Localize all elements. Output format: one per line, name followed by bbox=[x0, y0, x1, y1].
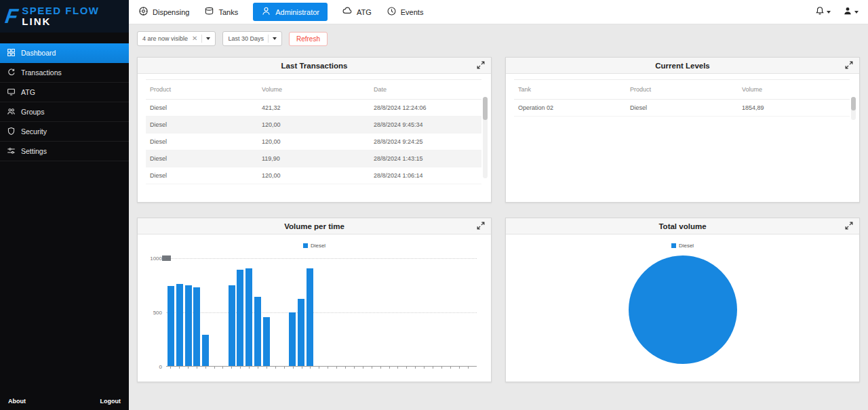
sidebar-item-dashboard[interactable]: Dashboard bbox=[0, 43, 129, 63]
column-header[interactable]: Volume bbox=[258, 80, 370, 100]
bar bbox=[289, 312, 296, 366]
notifications-menu[interactable] bbox=[815, 6, 831, 18]
table-row[interactable]: Diesel119,9028/8/2024 1:43:15 bbox=[146, 150, 481, 167]
tab-atg[interactable]: ATG bbox=[342, 6, 372, 18]
tank-icon bbox=[204, 6, 214, 18]
pie-chart bbox=[629, 255, 737, 364]
scrollbar-thumb[interactable] bbox=[483, 97, 488, 120]
panel-header: Last Transactions bbox=[138, 58, 491, 74]
x-axis-tick bbox=[389, 367, 390, 369]
sidebar-menu: Dashboard Transactions ATG Groups Securi… bbox=[0, 43, 129, 161]
x-axis-tick bbox=[267, 367, 267, 369]
levels-table: TankProductVolume Operation 02Diesel1854… bbox=[514, 79, 850, 117]
cloud-icon bbox=[342, 6, 353, 18]
transactions-icon bbox=[7, 68, 16, 78]
panel-header: Total volume bbox=[506, 218, 859, 234]
panel-header: Current Levels bbox=[506, 58, 859, 74]
bar bbox=[245, 268, 252, 366]
expand-icon[interactable] bbox=[476, 221, 486, 233]
x-axis-tick bbox=[319, 367, 319, 369]
table-cell: 28/8/2024 12:24:06 bbox=[370, 100, 481, 117]
about-link[interactable]: About bbox=[8, 398, 26, 405]
tab-dispensing[interactable]: Dispensing bbox=[138, 6, 189, 18]
tab-label: ATG bbox=[357, 8, 372, 16]
clear-icon[interactable]: ✕ bbox=[192, 35, 197, 42]
sidebar-item-atg[interactable]: ATG bbox=[0, 83, 129, 102]
legend-swatch bbox=[303, 243, 308, 248]
table-row[interactable]: Diesel120,0028/8/2024 1:06:14 bbox=[146, 167, 481, 184]
legend-swatch bbox=[671, 243, 676, 248]
user-icon bbox=[843, 6, 852, 18]
chart-legend: Diesel bbox=[506, 243, 859, 249]
sidebar-item-transactions[interactable]: Transactions bbox=[0, 63, 129, 83]
column-header[interactable]: Product bbox=[146, 80, 258, 100]
expand-icon[interactable] bbox=[844, 221, 854, 233]
panel-title: Volume per time bbox=[284, 222, 344, 230]
tab-events[interactable]: Events bbox=[387, 6, 424, 18]
sidebar-item-settings[interactable]: Settings bbox=[0, 142, 129, 161]
scrollbar[interactable] bbox=[851, 97, 856, 120]
x-axis-tick bbox=[293, 367, 294, 369]
bar bbox=[229, 285, 235, 366]
table-row[interactable]: Diesel421,3228/8/2024 12:24:06 bbox=[146, 100, 481, 117]
legend-label: Diesel bbox=[679, 243, 694, 249]
x-axis-tick bbox=[468, 367, 469, 369]
logout-link[interactable]: Logout bbox=[100, 398, 121, 405]
refresh-button[interactable]: Refresh bbox=[289, 32, 328, 46]
panel-volume-per-time: Volume per time Diesel 1000 500 0 bbox=[137, 218, 492, 382]
bar-chart: 1000 500 0 bbox=[166, 258, 477, 379]
table-cell: Diesel bbox=[146, 134, 258, 150]
user-menu[interactable] bbox=[843, 6, 859, 18]
sidebar-item-security[interactable]: Security bbox=[0, 122, 129, 142]
column-header[interactable]: Volume bbox=[738, 80, 850, 100]
panel-title: Last Transactions bbox=[281, 62, 348, 70]
y-axis-tick-label: 0 bbox=[159, 364, 162, 370]
panel-title: Current Levels bbox=[655, 62, 710, 70]
x-axis-tick bbox=[415, 367, 416, 369]
x-axis-tick bbox=[258, 367, 258, 369]
bar bbox=[202, 335, 209, 366]
table-row[interactable]: Diesel120,0028/8/2024 9:24:25 bbox=[146, 134, 481, 150]
x-axis-tick bbox=[345, 367, 346, 369]
sidebar-item-label: Dashboard bbox=[21, 49, 56, 57]
topnav-right-controls bbox=[815, 6, 859, 18]
tab-administrator[interactable]: Administrator bbox=[253, 3, 328, 21]
scrollbar[interactable] bbox=[483, 97, 488, 178]
legend-label: Diesel bbox=[311, 243, 326, 249]
bar bbox=[185, 285, 192, 366]
expand-icon[interactable] bbox=[476, 60, 486, 73]
table-header-row: ProductVolumeDate bbox=[146, 80, 481, 100]
monitor-icon bbox=[7, 87, 16, 98]
table-cell: 28/8/2024 9:24:25 bbox=[370, 134, 481, 150]
panel-total-volume: Total volume Diesel bbox=[505, 218, 860, 382]
table-cell: 421,32 bbox=[258, 100, 370, 117]
table-row[interactable]: Operation 02Diesel1854,89 bbox=[514, 100, 850, 117]
panel-title: Total volume bbox=[658, 222, 706, 230]
x-axis-tick bbox=[354, 367, 355, 369]
table-row[interactable]: Diesel120,0028/8/2024 9:45:34 bbox=[146, 117, 481, 134]
sidebar-item-label: Transactions bbox=[21, 68, 62, 77]
date-range-select[interactable]: Last 30 Days bbox=[222, 31, 282, 46]
shield-icon bbox=[7, 127, 16, 137]
expand-icon[interactable] bbox=[844, 60, 854, 73]
x-axis-tick bbox=[249, 367, 250, 369]
column-header[interactable]: Tank bbox=[514, 80, 626, 100]
column-header[interactable]: Date bbox=[370, 80, 481, 100]
sidebar: F SPEED FLOW LINK Dashboard Transactions… bbox=[0, 0, 129, 410]
column-header[interactable]: Product bbox=[626, 80, 738, 100]
transactions-table: ProductVolumeDate Diesel421,3228/8/2024 … bbox=[146, 79, 481, 184]
sidebar-item-groups[interactable]: Groups bbox=[0, 102, 129, 122]
tab-tanks[interactable]: Tanks bbox=[204, 6, 238, 18]
y-axis-tick-label: 1000 bbox=[150, 255, 162, 262]
x-axis-tick bbox=[197, 367, 197, 369]
table-cell: 1854,89 bbox=[738, 100, 850, 117]
axis-smudge-artifact bbox=[162, 255, 171, 261]
sliders-icon bbox=[7, 146, 16, 157]
visible-columns-select[interactable]: 4 are now visible ✕ bbox=[137, 31, 216, 46]
table-cell: 28/8/2024 1:43:15 bbox=[370, 150, 481, 167]
tab-label: Tanks bbox=[218, 8, 238, 16]
table-cell: Diesel bbox=[146, 150, 258, 167]
scrollbar-thumb[interactable] bbox=[851, 97, 856, 110]
table-cell: 120,00 bbox=[258, 134, 370, 150]
x-axis-tick bbox=[336, 367, 337, 369]
